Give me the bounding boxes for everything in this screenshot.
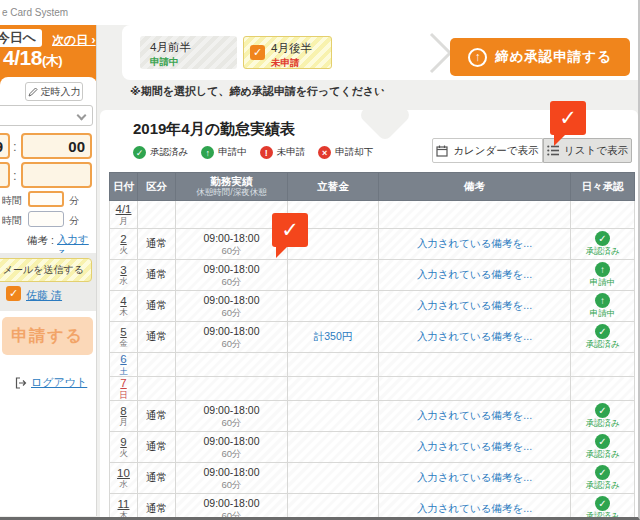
logout-link[interactable]: ログアウト <box>31 375 87 390</box>
table-header-row: 日付 区分 勤務実績休憩時間/深夜休憩 立替金 備考 日々承認 <box>110 173 635 201</box>
approval-cell: ✓承認済み <box>571 401 635 432</box>
period-first-half[interactable]: 4月前半 申請中 <box>140 36 237 69</box>
closing-request-button[interactable]: ↑ 締め承認申請する <box>450 38 630 76</box>
advance-link[interactable]: 計350円 <box>314 330 353 342</box>
day-of-week: 木 <box>110 511 137 520</box>
work-cell: 09:00-18:0060分 <box>176 291 288 322</box>
table-row: 10水 通常 09:00-18:0060分 入力されている備考を... ✓承認済… <box>110 463 635 494</box>
approval-status-label: 承認済み <box>571 512 634 520</box>
remarks-cell <box>379 201 571 229</box>
period-checkbox[interactable]: ✓ <box>250 45 265 60</box>
approver-checkbox[interactable]: ✓ <box>6 286 21 301</box>
approval-status-label: 申請中 <box>571 309 634 318</box>
type-cell: 通常 <box>138 432 176 463</box>
up-arrow-icon: ↑ <box>468 48 487 67</box>
date-link[interactable]: 8 <box>110 405 137 418</box>
table-row: 11木 通常 09:00-18:0060分 入力されている備考を... ✓承認済… <box>110 494 635 520</box>
click-indicator-badge: ✓ <box>272 213 308 247</box>
approval-cell: ✓承認済み <box>571 463 635 494</box>
advance-cell <box>288 260 379 291</box>
date-link[interactable]: 10 <box>110 467 137 480</box>
header-type: 区分 <box>138 173 176 201</box>
list-icon <box>547 145 559 156</box>
header-approval: 日々承認 <box>571 173 635 201</box>
approval-cell: ✓承認済み <box>571 229 635 260</box>
remarks-link[interactable]: 入力されている備考を... <box>417 268 532 280</box>
check-icon: ✓ <box>281 218 299 242</box>
remarks-link[interactable]: 入力されている備考を... <box>417 299 532 311</box>
approval-status-label: 申請中 <box>571 278 634 287</box>
date-link[interactable]: 3 <box>110 264 137 277</box>
table-row: 7日 <box>110 377 635 401</box>
day-of-week: 火 <box>110 449 137 458</box>
approval-status-label: 承認済み <box>571 419 634 428</box>
type-cell: 通常 <box>138 229 176 260</box>
approval-cell: ✓承認済み <box>571 432 635 463</box>
legend: ✓ 承認済み ↑ 申請中 ! 未申請 × 申請却下 <box>133 146 373 159</box>
header-work: 勤務実績休憩時間/深夜休憩 <box>176 173 288 201</box>
remarks-link[interactable]: 入力されている備考を... <box>417 440 532 452</box>
date-link[interactable]: 11 <box>110 498 137 511</box>
today-button[interactable]: 今日へ <box>0 29 42 47</box>
remarks-cell <box>379 377 571 401</box>
fixed-time-button[interactable]: 定時入力 <box>25 82 83 101</box>
night-break-minutes-input[interactable] <box>28 211 64 227</box>
work-cell <box>176 377 288 401</box>
remarks-link[interactable]: 入力されている備考を... <box>417 409 532 421</box>
approval-cell <box>571 201 635 229</box>
period-second-half[interactable]: ✓ 4月後半 未申請 <box>243 36 332 69</box>
header-advance: 立替金 <box>288 173 379 201</box>
remarks-link[interactable]: 入力されている備考を... <box>417 471 532 483</box>
approval-status-label: 承認済み <box>571 450 634 459</box>
logout[interactable]: ログアウト <box>15 375 87 390</box>
calendar-icon <box>436 145 448 157</box>
header-date: 日付 <box>110 173 138 201</box>
type-cell: 通常 <box>138 260 176 291</box>
remarks-cell: 入力されている備考を... <box>379 322 571 353</box>
day-of-week: 水 <box>110 480 137 489</box>
remarks-link[interactable]: 入力されている備考を... <box>417 237 532 249</box>
date-cell: 4木 <box>110 291 138 322</box>
shift-select[interactable] <box>0 105 93 126</box>
day-of-week: 金 <box>110 339 137 348</box>
end-minute-input[interactable] <box>21 162 92 188</box>
approval-status-icon: ✓ <box>595 403 610 418</box>
remarks-cell: 入力されている備考を... <box>379 432 571 463</box>
start-hour-input[interactable] <box>0 133 10 159</box>
remarks-link[interactable]: 入力されている備考を... <box>417 330 532 342</box>
day-of-week: 木 <box>110 308 137 317</box>
day-of-week: 月 <box>110 217 137 226</box>
approval-cell: ↑申請中 <box>571 260 635 291</box>
remarks-link[interactable]: 入力されている備考を... <box>417 502 532 514</box>
check-icon: ✓ <box>253 46 262 59</box>
type-cell <box>138 201 176 229</box>
sidebar-date-nav: 今日へ 次の日 › 4/18(木) <box>0 25 97 85</box>
click-indicator-badge: ✓ <box>550 101 586 135</box>
date-link[interactable]: 4 <box>110 295 137 308</box>
work-cell: 09:00-18:0060分 <box>176 432 288 463</box>
legend-item-applying: ↑ 申請中 <box>201 146 247 159</box>
status-badge: 未申請 <box>271 57 331 70</box>
submit-button[interactable]: 申請する <box>2 317 93 355</box>
date-link[interactable]: 6 <box>110 353 137 366</box>
table-row: 9火 通常 09:00-18:0060分 入力されている備考を... ✓承認済み <box>110 432 635 463</box>
approval-status-label: 承認済み <box>571 481 634 490</box>
date-link[interactable]: 9 <box>110 436 137 449</box>
date-link[interactable]: 2 <box>110 233 137 246</box>
table-row: 3水 通常 09:00-18:0060分 入力されている備考を... ↑申請中 <box>110 260 635 291</box>
mail-banner[interactable]: メールを送信する <box>0 258 92 282</box>
end-hour-input[interactable] <box>0 162 10 188</box>
date-link[interactable]: 5 <box>110 326 137 339</box>
date-link[interactable]: 4/1 <box>110 203 137 216</box>
break-minutes-input[interactable] <box>28 191 64 207</box>
work-cell: 09:00-18:0060分 <box>176 401 288 432</box>
date-cell: 5金 <box>110 322 138 353</box>
type-cell: 通常 <box>138 494 176 520</box>
table-row: 8月 通常 09:00-18:0060分 入力されている備考を... ✓承認済み <box>110 401 635 432</box>
remarks-cell: 入力されている備考を... <box>379 229 571 260</box>
remarks-cell: 入力されている備考を... <box>379 401 571 432</box>
view-calendar-button[interactable]: カレンダーで表示 <box>432 138 543 163</box>
approver-link[interactable]: 佐藤 清 <box>26 288 62 303</box>
start-minute-input[interactable] <box>21 133 92 159</box>
date-link[interactable]: 7 <box>110 377 137 390</box>
